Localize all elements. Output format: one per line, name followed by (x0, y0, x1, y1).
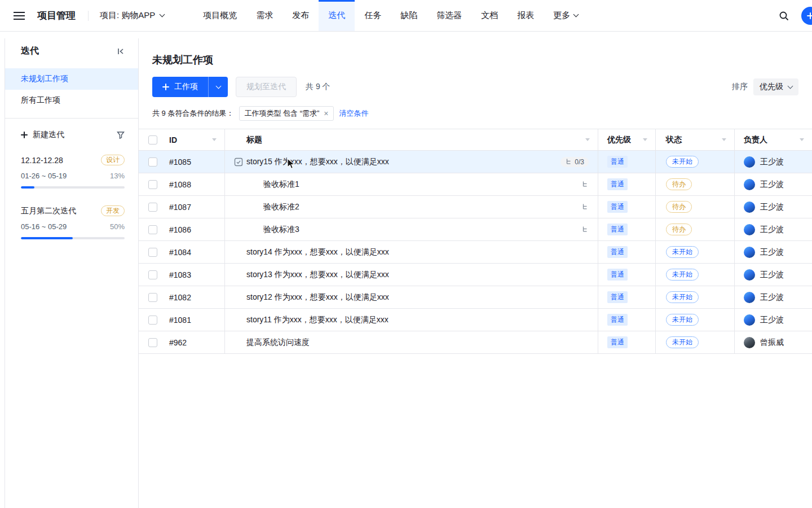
page-title: 未规划工作项 (152, 53, 812, 67)
search-icon[interactable] (778, 10, 789, 21)
table-row[interactable]: #1081 story11 作为xxx，想要xxx，以便满足xxx 普通 未开始… (139, 309, 812, 331)
sidebar-item[interactable]: 未规划工作项 (5, 68, 138, 90)
row-checkbox[interactable] (148, 270, 157, 279)
nav-tab[interactable]: 需求 (246, 0, 283, 31)
row-id: #1084 (167, 241, 224, 263)
row-checkbox[interactable] (148, 316, 157, 325)
table-row[interactable]: #1087 验收标准2 普通 待办 王少波 (139, 196, 812, 218)
sidebar-nav: 未规划工作项 所有工作项 (5, 68, 138, 111)
row-title[interactable]: story12 作为xxx，想要xxx，以便满足xxx (246, 292, 389, 303)
row-title[interactable]: 验收标准1 (263, 179, 299, 190)
row-title[interactable]: story15 作为xxx，想要xxx，以便满足xxx (246, 157, 389, 167)
table-row[interactable]: #1082 story12 作为xxx，想要xxx，以便满足xxx 普通 未开始… (139, 286, 812, 309)
iteration-dates: 05-16 ~ 05-29 (21, 222, 67, 231)
assignee-name: 王少波 (760, 247, 784, 257)
table-row[interactable]: #1084 story14 作为xxx，想要xxx，以便满足xxx 普通 未开始… (139, 241, 812, 264)
row-title[interactable]: story13 作为xxx，想要xxx，以便满足xxx (246, 270, 389, 280)
project-switcher[interactable]: 项目: 购物APP (100, 10, 164, 21)
project-label: 项目: 购物APP (100, 10, 155, 21)
nav-tab[interactable]: 缺陷 (391, 0, 427, 31)
nav-tab[interactable]: 筛选器 (427, 0, 471, 31)
assignee-avatar (744, 156, 755, 168)
tab-label: 文档 (481, 10, 498, 21)
table-row[interactable]: #962 提高系统访问速度 普通 未开始 曾振威 (139, 331, 812, 354)
column-filter-icon[interactable] (585, 138, 590, 141)
assignee-name: 王少波 (760, 157, 784, 167)
row-checkbox[interactable] (148, 248, 157, 257)
row-checkbox[interactable] (148, 180, 157, 189)
workitem-table: ID 标题 优先级 状态 负责人 #1085 story15 作为xxx，想要x… (139, 129, 812, 354)
column-header[interactable]: 标题 (224, 129, 598, 150)
column-filter-icon[interactable] (643, 138, 647, 141)
hierarchy-icon (581, 203, 589, 211)
priority-badge: 普通 (607, 314, 628, 326)
row-title[interactable]: story11 作为xxx，想要xxx，以便满足xxx (246, 315, 389, 325)
row-checkbox[interactable] (148, 225, 157, 234)
new-iteration-button[interactable]: 新建迭代 (21, 130, 64, 140)
hierarchy-icon (565, 158, 572, 165)
nav-tab[interactable]: 发布 (283, 0, 319, 31)
table-row[interactable]: #1085 story15 作为xxx，想要xxx，以便满足xxx 0/3 普通… (139, 151, 812, 173)
iteration-percent: 50% (110, 222, 125, 231)
column-header[interactable]: 负责人 (734, 129, 812, 150)
iteration-item[interactable]: 12.12-12.28 设计 01-26 ~ 05-19 13% (5, 142, 138, 189)
filter-chip[interactable]: 工作项类型 包含 “需求” × (239, 106, 333, 121)
priority-badge: 普通 (607, 246, 628, 258)
clear-filters-link[interactable]: 清空条件 (339, 108, 369, 119)
priority-badge: 普通 (607, 336, 628, 348)
column-filter-icon[interactable] (722, 138, 726, 141)
table-row[interactable]: #1086 验收标准3 普通 待办 王少波 (139, 218, 812, 241)
sort-select[interactable]: 优先级 (753, 78, 798, 95)
row-checkbox[interactable] (148, 157, 157, 167)
table-row[interactable]: #1088 验收标准1 普通 待办 王少波 (139, 173, 812, 196)
column-header-label: 状态 (666, 135, 682, 145)
assignee-avatar (744, 314, 755, 326)
progress-fill (21, 237, 73, 239)
nav-tab[interactable]: 任务 (355, 0, 391, 31)
nav-tab[interactable]: 报表 (508, 0, 544, 31)
plus-icon (162, 84, 169, 90)
nav-tab[interactable]: 文档 (471, 0, 508, 31)
filter-result-text: 共 9 条符合条件的结果： (152, 108, 233, 119)
column-header[interactable]: ID (167, 129, 224, 150)
nav-tab[interactable]: 项目概览 (193, 0, 246, 31)
row-title[interactable]: story14 作为xxx，想要xxx，以便满足xxx (246, 247, 389, 257)
global-add-button[interactable] (801, 7, 812, 25)
priority-badge: 普通 (607, 178, 628, 190)
row-checkbox[interactable] (148, 293, 157, 302)
iteration-item[interactable]: 五月第二次迭代 开发 05-16 ~ 05-29 50% (5, 189, 138, 239)
filter-funnel-icon[interactable] (117, 131, 125, 139)
column-header-label: 负责人 (744, 135, 767, 145)
hamburger-menu-icon[interactable] (14, 11, 25, 20)
assignee-avatar (744, 292, 755, 303)
iteration-name: 12.12-12.28 (21, 156, 63, 165)
nav-tab[interactable]: 更多 (544, 0, 588, 31)
row-checkbox[interactable] (148, 338, 157, 347)
app-title: 项目管理 (37, 9, 76, 22)
row-id: #1081 (167, 309, 224, 331)
assignee-name: 王少波 (760, 270, 784, 280)
add-workitem-button[interactable]: 工作项 (152, 77, 228, 97)
select-all-checkbox[interactable] (148, 135, 157, 144)
row-title[interactable]: 提高系统访问速度 (246, 338, 310, 348)
column-header-label: 优先级 (607, 135, 631, 145)
plan-to-iteration-button[interactable]: 规划至迭代 (236, 77, 297, 97)
column-filter-icon[interactable] (212, 138, 217, 141)
chevron-down-icon (573, 12, 579, 17)
table-row[interactable]: #1083 story13 作为xxx，想要xxx，以便满足xxx 普通 未开始… (139, 264, 812, 286)
row-title[interactable]: 验收标准3 (263, 225, 299, 235)
row-title[interactable]: 验收标准2 (263, 202, 299, 212)
tab-label: 需求 (256, 10, 273, 21)
row-checkbox[interactable] (148, 203, 157, 212)
sidebar-item-label: 未规划工作项 (21, 74, 68, 84)
sidebar-item[interactable]: 所有工作项 (5, 90, 138, 111)
remove-filter-icon[interactable]: × (324, 110, 328, 117)
status-badge: 未开始 (666, 314, 699, 326)
column-filter-icon[interactable] (800, 138, 804, 141)
nav-tab[interactable]: 迭代 (319, 0, 355, 31)
column-header[interactable]: 优先级 (598, 129, 655, 150)
column-header[interactable]: 状态 (655, 129, 734, 150)
add-workitem-dropdown[interactable] (209, 77, 228, 97)
collapse-sidebar-icon[interactable] (117, 47, 125, 55)
tab-label: 项目概览 (203, 10, 237, 21)
